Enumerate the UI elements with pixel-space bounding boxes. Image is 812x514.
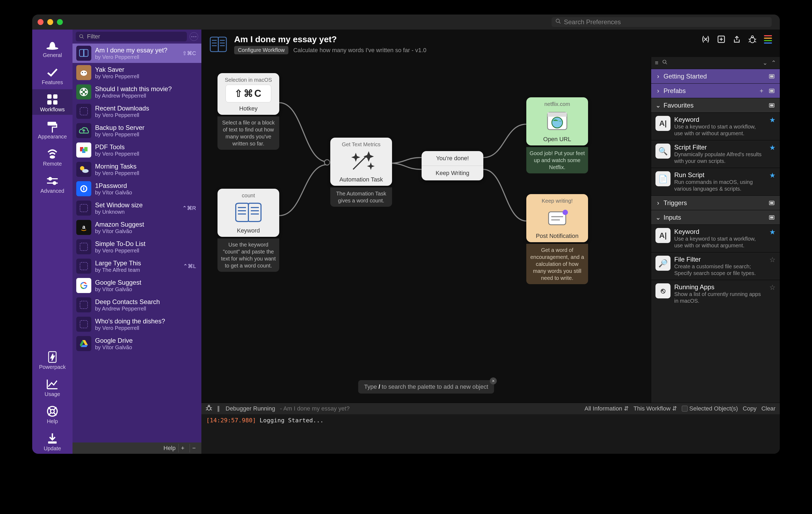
palette-collapse-up-icon[interactable]: ⌃ bbox=[771, 59, 776, 66]
workflow-row[interactable]: Set Window sizeby Unknown⌃⌘R bbox=[72, 198, 201, 218]
close-window-button[interactable] bbox=[37, 19, 44, 25]
nav-powerpack[interactable]: Powerpack bbox=[32, 347, 72, 372]
favourite-star-icon[interactable]: ★ bbox=[769, 171, 776, 180]
workflow-icon[interactable] bbox=[208, 34, 228, 54]
palette-section-header[interactable]: ⌄Favourites bbox=[651, 98, 780, 112]
workflow-add-button[interactable]: + bbox=[178, 444, 187, 453]
palette-popout-icon[interactable] bbox=[768, 73, 776, 80]
debugger-clear-button[interactable]: Clear bbox=[761, 405, 776, 412]
svg-point-25 bbox=[82, 72, 83, 73]
favourite-star-icon[interactable]: ★ bbox=[769, 143, 776, 152]
close-hint-button[interactable]: × bbox=[490, 377, 497, 384]
node-post-notification[interactable]: Keep writing! Post Notification Get a wo… bbox=[526, 194, 588, 284]
palette-item[interactable]: A|KeywordUse a keyword to start a workfl… bbox=[651, 224, 780, 252]
palette-section-header[interactable]: ›Getting Started bbox=[651, 69, 780, 83]
workflow-row[interactable]: Backup to Serverby Vero Pepperrell bbox=[72, 121, 201, 140]
debugger-scope-select[interactable]: This Workflow ⇵ bbox=[633, 405, 677, 412]
nav-usage[interactable]: Usage bbox=[32, 374, 72, 400]
workflow-row[interactable]: Google Suggestby Vítor Galvão bbox=[72, 276, 201, 295]
workflow-row-title: Set Window size bbox=[95, 201, 179, 209]
workflow-canvas[interactable]: Selection in macOS ⇧⌘C Hotkey Select a f… bbox=[201, 57, 651, 403]
search-preferences-input[interactable]: Search Preferences bbox=[552, 17, 772, 27]
workflow-row[interactable]: Who's doing the dishes?by Vero Pepperrel… bbox=[72, 315, 201, 334]
minimize-window-button[interactable] bbox=[47, 19, 53, 25]
workflow-row[interactable]: 1Passwordby Vítor Galvão bbox=[72, 179, 201, 198]
node-open-url[interactable]: netflix.com Open URL Good job! Put your … bbox=[526, 97, 588, 173]
nav-appearance[interactable]: Appearance bbox=[32, 116, 72, 142]
palette-popout-icon[interactable] bbox=[768, 88, 776, 94]
workflow-row[interactable]: Simple To-Do Listby Vero Pepperrell bbox=[72, 237, 201, 256]
workflow-row-title: Recent Downloads bbox=[95, 105, 198, 112]
palette-popout-icon[interactable] bbox=[768, 200, 776, 206]
nav-advanced[interactable]: Advanced bbox=[32, 171, 72, 196]
zoom-window-button[interactable] bbox=[57, 19, 63, 25]
debugger-bug-icon[interactable] bbox=[206, 405, 212, 412]
workflow-row[interactable]: Large Type Thisby The Alfred team⌃⌘L bbox=[72, 256, 201, 276]
palette-item-name: Keyword bbox=[674, 228, 765, 236]
nav-workflows[interactable]: Workflows bbox=[32, 89, 72, 115]
workflow-row[interactable]: Recent Downloadsby Vero Pepperrell bbox=[72, 102, 201, 121]
palette-search-icon[interactable] bbox=[662, 59, 668, 66]
palette-item[interactable]: 📄Run ScriptRun commands in macOS, using … bbox=[651, 168, 780, 195]
debugger-level-select[interactable]: All Information ⇵ bbox=[585, 405, 629, 412]
palette-popout-icon[interactable] bbox=[768, 214, 776, 221]
debugger-pause-icon[interactable]: ∥ bbox=[217, 405, 221, 412]
workflow-remove-button[interactable]: − bbox=[190, 444, 198, 453]
workflow-help-button[interactable]: Help bbox=[164, 444, 176, 452]
palette-item[interactable]: 🔍Script FilterDynamically populate Alfre… bbox=[651, 140, 780, 168]
workflow-filter-options-button[interactable]: ⋯ bbox=[190, 32, 198, 41]
debugger-selected-toggle[interactable]: Selected Object(s) bbox=[682, 405, 738, 412]
workflow-row[interactable]: Google Driveby Vítor Galvão bbox=[72, 334, 201, 353]
node-automation-task[interactable]: Get Text Metrics Automation bbox=[330, 138, 392, 207]
palette-item-icon: 📄 bbox=[656, 171, 670, 186]
debugger-output[interactable]: [14:29:57.980] Logging Started... bbox=[201, 414, 780, 454]
svg-point-84 bbox=[562, 210, 568, 215]
palette-collapse-down-icon[interactable]: ⌄ bbox=[762, 59, 767, 66]
palette-item[interactable]: A|KeywordUse a keyword to start a workfl… bbox=[651, 112, 780, 140]
node-hotkey[interactable]: Selection in macOS ⇧⌘C Hotkey Select a f… bbox=[218, 73, 279, 150]
nav-help[interactable]: Help bbox=[32, 401, 72, 427]
palette-item[interactable]: ⎋Running AppsShow a list of currently ru… bbox=[651, 280, 780, 307]
palette-item-desc: Dynamically populate Alfred's results wi… bbox=[674, 151, 765, 164]
palette-section-header[interactable]: ›Triggers bbox=[651, 195, 780, 210]
workflow-row[interactable]: Morning Tasksby Vero Pepperrell bbox=[72, 160, 201, 179]
node-keyword[interactable]: count Keyword bbox=[218, 189, 279, 272]
menu-icon[interactable] bbox=[763, 34, 773, 44]
node-conditional[interactable]: You're done! Keep Writing bbox=[422, 151, 483, 180]
workflow-row[interactable]: aAmazon Suggestby Vítor Galvão bbox=[72, 218, 201, 237]
palette-item-name: Script Filter bbox=[674, 143, 765, 151]
variables-icon[interactable] bbox=[701, 34, 710, 44]
favourite-star-icon[interactable]: ☆ bbox=[769, 283, 776, 292]
favourite-star-icon[interactable]: ★ bbox=[769, 116, 776, 124]
workflow-row[interactable]: Deep Contacts Searchby Andrew Pepperrell bbox=[72, 295, 201, 315]
palette-section-header[interactable]: ›Prefabs+ bbox=[651, 83, 780, 98]
palette-add-icon[interactable]: + bbox=[758, 88, 765, 94]
favourite-star-icon[interactable]: ★ bbox=[769, 228, 776, 236]
palette-popout-icon[interactable] bbox=[768, 102, 776, 109]
palette-item-desc: Show a list of currently running apps in… bbox=[674, 291, 765, 304]
debugger-copy-button[interactable]: Copy bbox=[743, 405, 756, 412]
workflow-row[interactable]: Yak Saverby Vero Pepperrell bbox=[72, 63, 201, 82]
svg-line-65 bbox=[749, 41, 750, 42]
svg-point-30 bbox=[85, 91, 87, 93]
favourite-star-icon[interactable]: ☆ bbox=[769, 256, 776, 264]
workflow-row[interactable]: PDF Toolsby Vero Pepperrell bbox=[72, 140, 201, 160]
workflow-filter-input[interactable]: Filter bbox=[76, 32, 187, 42]
nav-features[interactable]: Features bbox=[32, 62, 72, 88]
workflow-row[interactable]: Should I watch this movie?by Andrew Pepp… bbox=[72, 82, 201, 102]
share-icon[interactable] bbox=[732, 34, 742, 44]
configure-workflow-button[interactable]: Configure Workflow bbox=[234, 46, 288, 54]
palette-list-icon[interactable]: ≡ bbox=[655, 59, 659, 66]
nav-update[interactable]: Update bbox=[32, 428, 72, 454]
add-object-icon[interactable] bbox=[717, 34, 726, 44]
debug-icon[interactable] bbox=[748, 34, 757, 44]
nav-remote[interactable]: Remote bbox=[32, 143, 72, 169]
svg-line-1 bbox=[559, 22, 561, 24]
svg-point-16 bbox=[51, 409, 54, 413]
workflow-row[interactable]: Am I done my essay yet?by Vero Pepperrel… bbox=[72, 44, 201, 63]
svg-line-86 bbox=[665, 63, 667, 64]
palette-item[interactable]: 🔎File FilterCreate a customised file sea… bbox=[651, 252, 780, 280]
svg-point-37 bbox=[82, 169, 89, 173]
palette-section-header[interactable]: ⌄Inputs bbox=[651, 210, 780, 224]
nav-general[interactable]: General bbox=[32, 35, 72, 60]
